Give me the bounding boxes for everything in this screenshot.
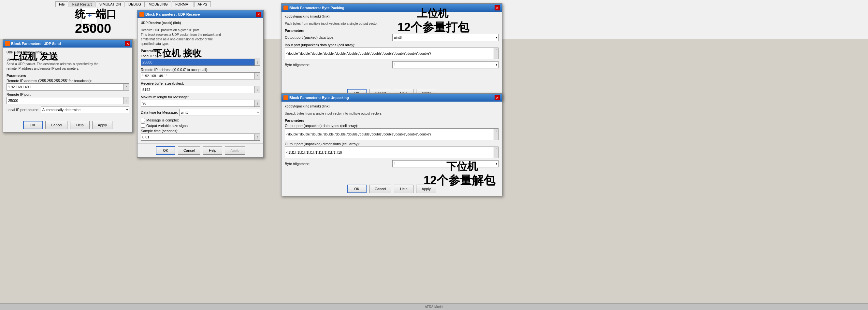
udp-receive-local-port-input[interactable] (141, 59, 255, 66)
udp-receive-title: Block Parameters: UDP Receive (145, 12, 200, 16)
udp-receive-complex-label: Message is complex (146, 118, 179, 122)
byte-unpacking-titlebar: Block Parameters: Byte Unpacking ✕ (281, 94, 502, 102)
udp-receive-local-port-expand[interactable]: ⋮ (255, 59, 260, 66)
udp-receive-apply-button[interactable]: Apply (225, 146, 245, 155)
byte-packing-align-row: Byte Alignment: 1 2 4 ▼ (285, 61, 498, 68)
byte-unpacking-title: Block Parameters: Byte Unpacking (289, 96, 349, 100)
annotation-port-number: 25000 (75, 21, 111, 36)
tab-simulation[interactable]: SIMULATION (96, 1, 124, 7)
udp-receive-maxlen-label: Maximum length for Message: (141, 95, 260, 99)
udp-send-local-source-row: Local IP port source: Automatically dete… (6, 106, 129, 113)
byte-unpacking-outtype-value: {'double','double','double','double','do… (285, 128, 494, 140)
tab-file[interactable]: File (55, 1, 68, 7)
udp-receive-remote-ip-input[interactable] (141, 72, 255, 79)
dialog-icon-receive (140, 12, 144, 16)
byte-packing-intype-label: Input port (unpacked) data types (cell a… (285, 43, 498, 47)
udp-receive-cancel-button[interactable]: Cancel (178, 146, 200, 155)
status-label: AFRS Model (425, 305, 443, 309)
udp-send-remote-ip-input[interactable] (6, 83, 124, 91)
byte-packing-outtype-label: Output port (packed) data type: (285, 35, 391, 39)
tab-fast-restart[interactable]: Fast Restart (69, 1, 95, 7)
byte-unpacking-outdim-value: {[1],[1],[1],[1],[1],[1],[1],[1],[1],[1]… (285, 146, 494, 158)
udp-receive-titlebar: Block Parameters: UDP Receive ✕ (137, 10, 263, 18)
byte-packing-intype-expand[interactable]: ⋮ (494, 47, 498, 59)
annotation-upper-pack2: 12个参量打包 (398, 20, 469, 35)
udp-receive-datatype-label: Data type for Message: (141, 110, 178, 114)
byte-packing-dialog: Block Parameters: Byte Packing ✕ xpcbyte… (281, 3, 502, 101)
udp-receive-buffer-input[interactable] (141, 86, 255, 93)
udp-send-help-button[interactable]: Help (70, 121, 90, 129)
udp-receive-complex-row: Message is complex (141, 118, 260, 122)
udp-send-cancel-button[interactable]: Cancel (45, 121, 67, 129)
udp-receive-close[interactable]: ✕ (256, 12, 261, 17)
udp-send-footer: OK Cancel Help Apply (3, 118, 132, 132)
byte-unpacking-cancel-button[interactable]: Cancel (369, 185, 391, 193)
udp-receive-maxlen-expand[interactable]: ⋮ (255, 100, 260, 107)
udp-receive-maxlen-input[interactable] (141, 100, 255, 107)
udp-receive-buffer-label: Receive buffer size (bytes): (141, 81, 260, 85)
udp-receive-desc: Receive UDP packets on a given IP port.T… (141, 28, 260, 46)
udp-send-ok-button[interactable]: OK (23, 121, 43, 129)
byte-unpacking-subtitle: xpcbytepacking (mask) (link) (285, 104, 498, 109)
tab-modeling[interactable]: MODELING (145, 1, 172, 7)
byte-unpacking-outdim-expand[interactable]: ⋮ (494, 146, 498, 158)
udp-send-local-source-select[interactable]: Automatically determine Specify (41, 106, 129, 113)
tab-apps[interactable]: APPS (194, 1, 211, 7)
udp-receive-sampletime-expand[interactable]: ⋮ (255, 134, 260, 141)
udp-send-remote-ip-expand[interactable]: ⋮ (124, 83, 129, 91)
annotation-lower-unpack2: 12个参量解包 (424, 173, 495, 188)
udp-send-title: Block Parameters: UDP Send (11, 42, 61, 45)
byte-packing-intype-value: {'double','double','double','double','do… (285, 47, 494, 59)
udp-receive-complex-checkbox[interactable] (141, 118, 145, 122)
tab-debug[interactable]: DEBUG (125, 1, 145, 7)
byte-unpacking-params-label: Parameters (285, 118, 498, 123)
byte-unpacking-close[interactable]: ✕ (495, 95, 500, 100)
byte-packing-align-label: Byte Alignment: (285, 63, 391, 67)
udp-receive-subtitle: UDP Receive (mask) (link) (141, 21, 260, 25)
byte-unpacking-ok-button[interactable]: OK (347, 185, 367, 193)
udp-send-apply-button[interactable]: Apply (92, 121, 113, 129)
udp-send-remote-port-expand[interactable]: ⋮ (124, 97, 129, 104)
annotation-upper-send: 上位机 发送 (10, 50, 58, 63)
dialog-icon-unpacking (283, 95, 288, 100)
udp-receive-remote-ip-expand[interactable]: ⋮ (255, 72, 260, 79)
udp-receive-ok-button[interactable]: OK (156, 146, 175, 155)
dialog-icon (5, 41, 10, 46)
udp-send-titlebar: Block Parameters: UDP Send ✕ (3, 40, 132, 47)
byte-unpacking-outtype-label: Output port (unpacked) data types (cell … (285, 124, 498, 128)
byte-unpacking-align-label: Byte Alignment: (285, 162, 391, 166)
udp-receive-variable-checkbox[interactable] (141, 124, 145, 128)
udp-receive-dialog: Block Parameters: UDP Receive ✕ UDP Rece… (137, 10, 264, 158)
annotation-upper-pack: 上位机 (417, 6, 448, 21)
udp-receive-sampletime-input[interactable] (141, 134, 255, 141)
udp-send-local-source-label: Local IP port source: (6, 108, 39, 112)
udp-receive-variable-label: Output variable-size signal (146, 124, 189, 128)
byte-unpacking-desc: Unpack bytes from a single input vector … (285, 111, 498, 116)
byte-packing-titlebar: Block Parameters: Byte Packing ✕ (281, 4, 502, 12)
annotation-lower-receive: 下位机 接收 (153, 47, 202, 60)
udp-receive-datatype-select[interactable]: uint8 uint16 double (179, 109, 260, 116)
tab-format[interactable]: FORMAT (172, 1, 194, 7)
byte-packing-align-select[interactable]: 1 2 4 (392, 61, 498, 68)
udp-send-remote-port-label: Remote IP port: (6, 93, 129, 96)
udp-receive-sampletime-label: Sample time (seconds): (141, 129, 260, 133)
status-bar: AFRS Model (0, 304, 868, 310)
annotation-unified-port: 统一端口 (75, 7, 117, 22)
byte-unpacking-outtype-expand[interactable]: ⋮ (494, 128, 498, 140)
udp-send-remote-ip-label: Remote IP address ('255.255.255.255' for… (6, 79, 129, 83)
byte-packing-subtitle: xpcbytepacking (mask) (link) (285, 14, 498, 19)
byte-unpacking-help-button[interactable]: Help (394, 185, 413, 193)
dialog-icon-packing (283, 5, 288, 10)
udp-send-remote-port-input[interactable] (6, 97, 124, 104)
udp-send-close[interactable]: ✕ (125, 41, 130, 46)
byte-packing-close[interactable]: ✕ (495, 5, 500, 10)
byte-unpacking-outdim-label: Output port (unpacked) dimensions (cell … (285, 142, 498, 146)
udp-receive-buffer-expand[interactable]: ⋮ (255, 86, 260, 93)
udp-receive-footer: OK Cancel Help Apply (137, 143, 263, 157)
byte-unpacking-align-select[interactable]: 1 2 4 (392, 160, 498, 167)
annotation-lower-unpack: 下位机 (446, 160, 478, 174)
udp-send-params-label: Parameters (6, 74, 129, 77)
udp-receive-variable-row: Output variable-size signal (141, 124, 260, 128)
udp-receive-help-button[interactable]: Help (203, 146, 222, 155)
udp-receive-body: UDP Receive (mask) (link) Receive UDP pa… (137, 18, 263, 143)
